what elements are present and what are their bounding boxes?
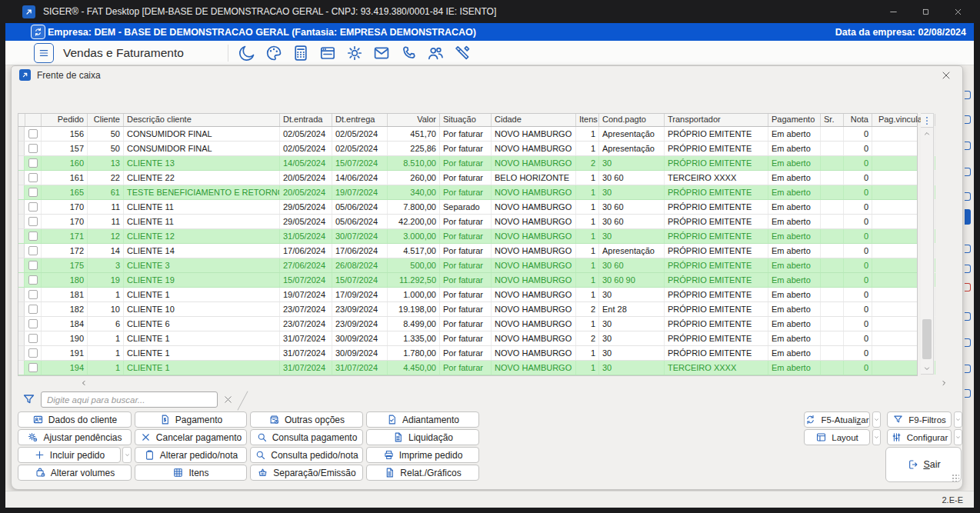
incluir-pedido-dropdown-button[interactable] (122, 447, 132, 463)
f5-atualizar-button[interactable]: F5-Atualizar (804, 411, 870, 428)
column-header-cliente[interactable]: Cliente (88, 114, 124, 126)
table-row[interactable]: 16122CLIENTE 2220/05/202414/06/2024260,0… (18, 171, 917, 185)
alterar-pedido-nota-button[interactable]: Alterar pedido/nota (135, 447, 247, 463)
sair-button[interactable]: Sair (885, 447, 962, 482)
minimize-button[interactable] (877, 0, 909, 23)
row-selector[interactable] (18, 185, 25, 199)
table-row[interactable]: 1911CLIENTE 131/07/202430/09/20241.780,0… (18, 346, 917, 361)
alterar-volumes-button[interactable]: Alterar volumes (18, 465, 132, 481)
column-header-situa-o[interactable]: Situação (440, 114, 492, 126)
table-row[interactable]: 17011CLIENTE 1129/05/202405/06/20247.800… (18, 200, 917, 215)
ajustar-pend-ncias-button[interactable]: Ajustar pendências (18, 429, 132, 445)
table-row[interactable]: 1901CLIENTE 131/07/202430/09/20241.335,0… (18, 331, 917, 346)
phone-icon[interactable] (399, 44, 418, 62)
column-menu-button[interactable] (921, 114, 933, 128)
column-header-descri-o-cliente[interactable]: Descrição cliente (124, 114, 280, 126)
row-checkbox[interactable] (28, 261, 38, 270)
filter-funnel-icon[interactable] (22, 392, 36, 407)
row-checkbox[interactable] (28, 232, 38, 241)
horizontal-scrollbar[interactable] (18, 376, 953, 389)
row-checkbox[interactable] (28, 173, 38, 182)
table-row[interactable]: 1846CLIENTE 623/07/202423/09/20248.499,0… (18, 317, 917, 331)
relat-gr-ficos-button[interactable]: Relat./Gráficos (366, 465, 479, 481)
table-row[interactable]: 17112CLIENTE 1231/05/202430/07/20243.000… (18, 229, 917, 244)
row-selector[interactable] (18, 142, 25, 155)
table-row[interactable]: 15750CONSUMIDOR FINAL02/05/202402/05/202… (18, 142, 917, 156)
scroll-right-button[interactable] (938, 376, 950, 389)
f9-filtros-dropdown-button[interactable] (954, 411, 962, 428)
row-selector[interactable] (18, 215, 25, 228)
outras-op-es-button[interactable]: Outras opções (250, 411, 363, 428)
resize-grip[interactable] (952, 474, 959, 481)
users-icon[interactable] (426, 44, 445, 62)
row-checkbox[interactable] (28, 348, 38, 358)
row-selector[interactable] (18, 273, 25, 287)
close-button[interactable] (942, 0, 974, 23)
card-icon[interactable] (318, 44, 337, 62)
row-selector[interactable] (18, 331, 25, 345)
row-checkbox[interactable] (28, 275, 38, 285)
row-selector[interactable] (18, 302, 25, 316)
f9-filtros-button[interactable]: F9-Filtros (887, 411, 952, 428)
column-header-dt-entrada[interactable]: Dt.entrada (280, 114, 332, 126)
row-checkbox[interactable] (28, 363, 38, 372)
vertical-scrollbar[interactable] (921, 113, 934, 375)
row-selector[interactable] (18, 156, 25, 170)
row-selector[interactable] (18, 317, 25, 331)
row-checkbox[interactable] (28, 129, 38, 138)
moon-icon[interactable] (238, 44, 256, 62)
vertical-scroll-thumb[interactable] (922, 319, 932, 359)
row-checkbox[interactable] (28, 202, 38, 212)
table-row[interactable]: 18210CLIENTE 1023/07/202423/09/202419.19… (18, 302, 917, 317)
row-selector[interactable] (18, 244, 25, 258)
row-selector[interactable] (18, 258, 25, 272)
column-header-1[interactable] (25, 114, 42, 126)
column-header-transportador[interactable]: Transportador (665, 114, 768, 126)
dados-do-cliente-button[interactable]: Dados do cliente (18, 411, 132, 428)
configurar-button[interactable]: Configurar (887, 429, 952, 445)
table-row[interactable]: 1811CLIENTE 119/07/202417/09/20241.000,0… (18, 288, 917, 302)
row-checkbox[interactable] (28, 217, 38, 226)
column-header-itens[interactable]: Itens (576, 114, 599, 126)
layout-dropdown-button[interactable] (872, 429, 881, 445)
company-switch-icon[interactable] (31, 25, 45, 39)
panel-close-icon[interactable] (939, 68, 953, 82)
table-row[interactable]: 17011CLIENTE 1129/05/202405/06/202442.20… (18, 215, 917, 229)
consulta-pedido-nota-button[interactable]: Consulta pedido/nota (250, 447, 363, 463)
search-input[interactable] (41, 391, 218, 408)
scroll-down-button[interactable] (921, 362, 933, 374)
itens-button[interactable]: Itens (135, 465, 247, 481)
column-header-pagamento[interactable]: Pagamento (768, 114, 821, 126)
row-selector[interactable] (18, 171, 25, 185)
adiantamento-button[interactable]: Adiantamento (366, 411, 479, 428)
imprime-pedido-button[interactable]: Imprime pedido (366, 447, 479, 463)
column-header-nota[interactable]: Nota (844, 114, 872, 126)
row-checkbox[interactable] (28, 290, 38, 299)
row-selector[interactable] (18, 127, 25, 141)
maximize-button[interactable] (909, 0, 942, 23)
row-selector[interactable] (18, 346, 25, 360)
row-checkbox[interactable] (28, 319, 38, 328)
column-header-dt-entrega[interactable]: Dt.entrega (332, 114, 388, 126)
scroll-left-button[interactable] (78, 376, 90, 389)
table-row[interactable]: 16013CLIENTE 1314/05/202415/07/20248.510… (18, 156, 917, 171)
column-header-sr-[interactable]: Sr. (821, 114, 844, 126)
row-checkbox[interactable] (28, 334, 38, 343)
pagamento-button[interactable]: Pagamento (135, 411, 247, 428)
configurar-dropdown-button[interactable] (954, 429, 962, 445)
row-selector[interactable] (18, 288, 25, 301)
table-row[interactable]: 17214CLIENTE 1417/06/202417/06/20244.517… (18, 244, 917, 258)
column-header-pedido[interactable]: Pedido (42, 114, 88, 126)
cancelar-pagamento-button[interactable]: Cancelar pagamento (135, 429, 247, 445)
search-clear-icon[interactable] (222, 394, 234, 405)
row-selector[interactable] (18, 361, 25, 375)
row-checkbox[interactable] (28, 246, 38, 255)
column-header-cidade[interactable]: Cidade (492, 114, 576, 126)
consulta-pagamento-button[interactable]: Consulta pagamento (250, 429, 363, 445)
table-row[interactable]: 15650CONSUMIDOR FINAL02/05/202402/05/202… (18, 127, 917, 142)
row-checkbox[interactable] (28, 305, 38, 314)
row-selector[interactable] (18, 200, 25, 214)
column-header-valor[interactable]: Valor (388, 114, 440, 126)
palette-icon[interactable] (265, 44, 283, 62)
column-header-cond-pagto[interactable]: Cond.pagto (599, 114, 665, 126)
